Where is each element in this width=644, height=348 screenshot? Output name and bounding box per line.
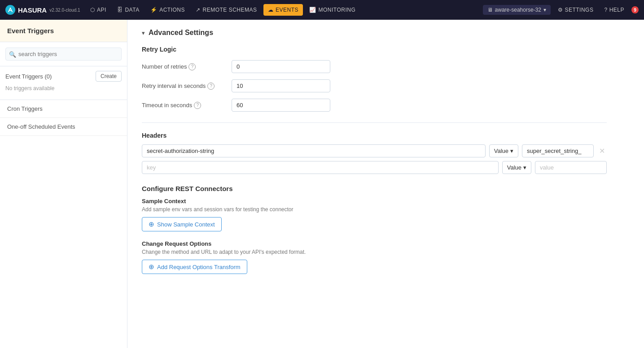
header-remove-button-1[interactable]: ✕	[597, 145, 607, 157]
main-content: ▾ Advanced Settings Retry Logic Number o…	[127, 20, 644, 348]
settings-button[interactable]: ⚙ SETTINGS	[554, 5, 597, 15]
topnav: HASURA v2.32.0-cloud.1 ⬡ API 🗄 DATA ⚡ AC…	[0, 0, 644, 20]
advanced-settings-title: Advanced Settings	[149, 29, 213, 37]
sidebar-search-container: 🔍	[0, 42, 127, 66]
header-value-input-2[interactable]	[535, 161, 607, 174]
timeout-row: Timeout in seconds ?	[142, 99, 607, 112]
header-row-1: Value ▾ ✕	[142, 144, 607, 157]
api-icon: ⬡	[90, 7, 95, 13]
nav-remote-schemas[interactable]: ↗ REMOTE SCHEMAS	[191, 4, 262, 16]
event-triggers-section: Event Triggers (0) Create No triggers av…	[0, 66, 127, 100]
add-request-options-button[interactable]: ⊕ Add Request Options Transform	[142, 260, 247, 274]
header-key-input-2[interactable]	[142, 161, 499, 174]
notification-badge[interactable]: 9	[631, 6, 639, 13]
advanced-settings-toggle[interactable]: ▾ Advanced Settings	[142, 29, 607, 37]
topnav-right: 🖥 aware-seahorse-32 ▾ ⚙ SETTINGS ? HELP …	[483, 5, 639, 15]
collapse-chevron-icon: ▾	[142, 30, 145, 36]
help-icon: ?	[604, 7, 607, 13]
nav-actions[interactable]: ⚡ ACTIONS	[146, 4, 189, 16]
sample-context-desc: Add sample env vars and session vars for…	[142, 206, 607, 213]
sidebar-item-one-off[interactable]: One-off Scheduled Events	[0, 118, 127, 136]
divider-1	[142, 122, 607, 123]
sidebar: Event Triggers 🔍 Event Triggers (0) Crea…	[0, 20, 127, 348]
timeout-label: Timeout in seconds ?	[142, 102, 232, 109]
nav-data[interactable]: 🗄 DATA	[113, 4, 144, 16]
page-layout: Event Triggers 🔍 Event Triggers (0) Crea…	[0, 20, 644, 348]
sidebar-header: Event Triggers	[0, 20, 127, 42]
plus-circle-icon-2: ⊕	[149, 263, 154, 271]
retry-logic-title: Retry Logic	[142, 46, 607, 53]
svg-point-0	[5, 5, 15, 15]
nav-monitoring[interactable]: 📈 MONITORING	[305, 4, 360, 16]
retry-logic-section: Retry Logic Number of retries ? Retry in…	[142, 46, 607, 112]
retry-interval-help-icon[interactable]: ?	[207, 83, 215, 90]
remote-schemas-icon: ↗	[196, 7, 201, 13]
dropdown-chevron-icon-2: ▾	[523, 164, 526, 171]
sample-context-label: Sample Context	[142, 198, 607, 204]
app-name: HASURA	[18, 6, 47, 14]
header-row-2: Value ▾	[142, 161, 607, 174]
cluster-chevron-icon: ▾	[543, 7, 546, 13]
nav-api[interactable]: ⬡ API	[86, 4, 111, 16]
monitoring-icon: 📈	[309, 7, 316, 13]
events-icon: ☁	[268, 7, 274, 13]
settings-gear-icon: ⚙	[558, 7, 563, 13]
header-type-dropdown-2[interactable]: Value ▾	[502, 161, 531, 174]
app-version: v2.32.0-cloud.1	[49, 8, 80, 13]
timeout-help-icon[interactable]: ?	[194, 102, 201, 109]
timeout-input[interactable]	[232, 99, 330, 112]
sidebar-item-cron[interactable]: Cron Triggers	[0, 100, 127, 118]
num-retries-row: Number of retries ?	[142, 60, 607, 73]
actions-icon: ⚡	[150, 7, 158, 13]
headers-title: Headers	[142, 132, 607, 139]
header-value-input-1[interactable]	[522, 144, 594, 157]
headers-section: Headers Value ▾ ✕ Value ▾	[142, 132, 607, 174]
no-triggers-message: No triggers available	[5, 82, 122, 95]
app-logo[interactable]: HASURA v2.32.0-cloud.1	[5, 5, 80, 15]
plus-circle-icon: ⊕	[149, 220, 154, 228]
cluster-selector[interactable]: 🖥 aware-seahorse-32 ▾	[483, 5, 551, 15]
header-type-dropdown-1[interactable]: Value ▾	[489, 144, 518, 157]
change-request-section: Change Request Options Change the method…	[142, 240, 607, 274]
help-button[interactable]: ? HELP	[600, 5, 628, 15]
num-retries-input[interactable]	[232, 60, 330, 73]
show-sample-context-button[interactable]: ⊕ Show Sample Context	[142, 217, 222, 231]
dropdown-chevron-icon: ▾	[510, 148, 513, 154]
retry-interval-label: Retry interval in seconds ?	[142, 83, 232, 90]
search-input[interactable]	[5, 48, 122, 61]
nav-events[interactable]: ☁ EVENTS	[263, 4, 303, 16]
create-trigger-button[interactable]: Create	[96, 71, 122, 82]
change-request-label: Change Request Options	[142, 240, 607, 247]
server-icon: 🖥	[487, 7, 493, 13]
event-triggers-label: Event Triggers (0)	[5, 73, 52, 80]
header-key-input-1[interactable]	[142, 144, 486, 157]
configure-rest-title: Configure REST Connectors	[142, 185, 607, 192]
retry-interval-row: Retry interval in seconds ?	[142, 79, 607, 92]
change-request-desc: Change the method and URL to adapt to yo…	[142, 249, 607, 255]
sample-context-subsection: Sample Context Add sample env vars and s…	[142, 198, 607, 231]
retry-interval-input[interactable]	[232, 79, 330, 92]
num-retries-label: Number of retries ?	[142, 63, 232, 70]
data-icon: 🗄	[117, 7, 123, 13]
hasura-logo-icon	[5, 5, 15, 15]
configure-rest-section: Configure REST Connectors Sample Context…	[142, 185, 607, 274]
num-retries-help-icon[interactable]: ?	[188, 63, 196, 70]
